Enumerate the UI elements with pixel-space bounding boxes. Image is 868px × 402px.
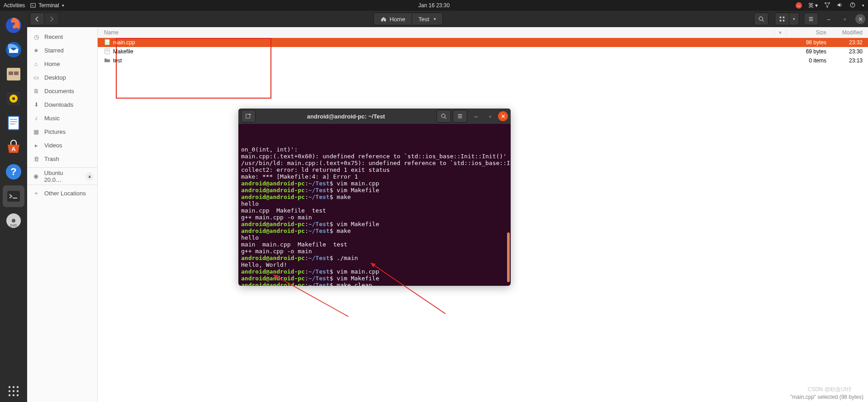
sidebar-item-disk[interactable]: ◉Ubuntu 20.0…▲ — [27, 167, 97, 183]
terminal-close-button[interactable]: ✕ — [498, 111, 508, 121]
window-maximize-button[interactable]: ▫ — [839, 13, 851, 25]
sidebar-item-pictures[interactable]: ▦Pictures — [27, 125, 97, 138]
terminal-prompt-line: android@android-pc:~/Test$ vim Makefile — [241, 275, 508, 282]
file-icon — [104, 48, 110, 56]
terminal-prompt-line: android@android-pc:~/Test$ make clean — [241, 282, 508, 286]
forward-button[interactable] — [44, 13, 59, 25]
svg-point-51 — [441, 114, 445, 118]
path-segment-current[interactable]: Test ▾ — [412, 13, 442, 25]
column-name[interactable]: Name — [98, 29, 774, 36]
file-row[interactable]: C+main.cpp98 bytes23:32 — [98, 38, 868, 47]
hamburger-icon — [457, 113, 463, 119]
plus-icon: + — [33, 190, 40, 197]
column-size[interactable]: Size — [787, 29, 832, 36]
svg-point-30 — [17, 390, 19, 393]
do-not-disturb-icon[interactable]: – — [796, 2, 802, 9]
dock-libreoffice-writer[interactable] — [3, 112, 24, 134]
chevron-down-icon[interactable]: ▾ — [862, 3, 864, 8]
hamburger-menu-button[interactable] — [804, 13, 818, 25]
file-size: 69 bytes — [787, 48, 832, 55]
svg-rect-39 — [783, 20, 785, 22]
clock-icon: ◷ — [33, 33, 40, 40]
file-row[interactable]: Makefile69 bytes23:30 — [98, 47, 868, 56]
sidebar-item-documents[interactable]: 🗎Documents — [27, 84, 97, 98]
column-modified[interactable]: Modified — [832, 29, 868, 36]
column-menu-button[interactable]: ▾ — [774, 29, 787, 36]
svg-rect-10 — [14, 71, 19, 75]
terminal-output-line: make: *** [Makefile:4: a] Error 1 — [241, 173, 508, 180]
sidebar-item-trash[interactable]: 🗑Trash — [27, 152, 97, 166]
terminal-prompt-line: android@android-pc:~/Test$ vim main.cpp — [241, 180, 508, 187]
dock-thunderbird[interactable] — [3, 39, 24, 61]
dock-terminal[interactable] — [3, 185, 24, 207]
terminal-maximize-button[interactable]: ▫ — [484, 110, 496, 122]
input-source-indicator[interactable]: 英 ▾ — [808, 2, 818, 9]
sidebar-item-videos[interactable]: ▸Videos — [27, 138, 97, 152]
view-options-button[interactable]: ▾ — [789, 13, 799, 25]
pathbar[interactable]: Home Test ▾ — [374, 13, 443, 25]
network-icon[interactable] — [824, 2, 830, 9]
terminal-prompt-line: android@android-pc:~/Test$ vim Makefile — [241, 187, 508, 194]
file-row[interactable]: test0 items23:13 — [98, 56, 868, 65]
grid-icon — [779, 16, 785, 22]
terminal-window[interactable]: android@android-pc: ~/Test – ▫ ✕ on_0(in… — [238, 109, 511, 286]
terminal-scrollbar[interactable] — [507, 232, 510, 282]
path-segment-home[interactable]: Home — [374, 13, 412, 25]
terminal-prompt-line: android@android-pc:~/Test$ make — [241, 227, 508, 234]
chevron-down-icon: ▾ — [62, 3, 64, 8]
svg-point-32 — [13, 394, 15, 397]
dock-show-apps[interactable] — [3, 380, 24, 402]
terminal-search-button[interactable] — [436, 110, 451, 123]
sidebar-item-home[interactable]: ⌂Home — [27, 57, 97, 71]
file-modified: 23:30 — [832, 48, 868, 55]
terminal-title: android@android-pc: ~/Test — [256, 113, 436, 120]
terminal-output-line: /usr/bin/ld: main.cpp:(.text+0x75): unde… — [241, 160, 508, 166]
file-modified: 23:13 — [832, 57, 868, 64]
sidebar-item-starred[interactable]: ★Starred — [27, 43, 97, 57]
dock-nautilus[interactable] — [3, 63, 24, 85]
activities-button[interactable]: Activities — [4, 2, 25, 9]
svg-point-27 — [17, 386, 19, 388]
window-minimize-button[interactable]: – — [823, 13, 835, 25]
eject-button[interactable]: ▲ — [85, 172, 94, 180]
sidebar-item-other[interactable]: +Other Locations — [27, 184, 97, 200]
sidebar-item-recent[interactable]: ◷Recent — [27, 30, 97, 43]
file-name: test — [113, 57, 122, 64]
svg-text:C+: C+ — [105, 40, 109, 43]
svg-point-28 — [9, 390, 11, 393]
new-tab-button[interactable] — [241, 110, 256, 123]
watermark: CSDN @职业UI仔 — [807, 386, 852, 393]
dock-firefox[interactable] — [3, 14, 24, 36]
file-list[interactable]: C+main.cpp98 bytes23:32Makefile69 bytes2… — [98, 38, 868, 65]
terminal-output-line: g++ main.cpp -o main — [241, 214, 508, 221]
power-icon[interactable] — [849, 2, 856, 9]
clock[interactable]: Jan 16 23:30 — [418, 2, 450, 9]
dock-help[interactable]: ? — [3, 161, 24, 183]
sidebar-item-desktop[interactable]: ▭Desktop — [27, 71, 97, 84]
terminal-minimize-button[interactable]: – — [470, 110, 482, 122]
volume-icon[interactable] — [837, 2, 843, 9]
picture-icon: ▦ — [33, 128, 40, 135]
back-button[interactable] — [30, 13, 44, 25]
sidebar-item-downloads[interactable]: ⬇Downloads — [27, 98, 97, 111]
window-close-button[interactable]: ✕ — [855, 14, 865, 24]
app-menu[interactable]: Terminal ▾ — [30, 2, 64, 9]
terminal-prompt-line: android@android-pc:~/Test$ make — [241, 194, 508, 200]
view-grid-button[interactable] — [775, 13, 789, 25]
svg-point-23 — [12, 219, 15, 222]
file-size: 0 items — [787, 57, 832, 64]
gnome-top-panel: Activities Terminal ▾ Jan 16 23:30 – 英 ▾… — [0, 0, 868, 11]
terminal-body[interactable]: on_0(int, int)':main.cpp:(.text+0x60): u… — [238, 124, 511, 286]
files-sidebar: ◷Recent ★Starred ⌂Home ▭Desktop 🗎Documen… — [27, 27, 98, 402]
terminal-menu-button[interactable] — [453, 110, 467, 123]
sidebar-item-music[interactable]: ♪Music — [27, 111, 97, 125]
dock-rhythmbox[interactable] — [3, 88, 24, 109]
home-icon — [380, 16, 387, 22]
dock-software[interactable]: A — [3, 137, 24, 158]
terminal-output-line: main.cpp Makefile test — [241, 207, 508, 214]
terminal-output-line: main main.cpp Makefile test — [241, 241, 508, 248]
video-icon: ▸ — [33, 142, 40, 149]
dock-cd[interactable]: DVD — [3, 210, 24, 232]
svg-text:?: ? — [10, 166, 16, 177]
search-button[interactable] — [754, 13, 768, 25]
